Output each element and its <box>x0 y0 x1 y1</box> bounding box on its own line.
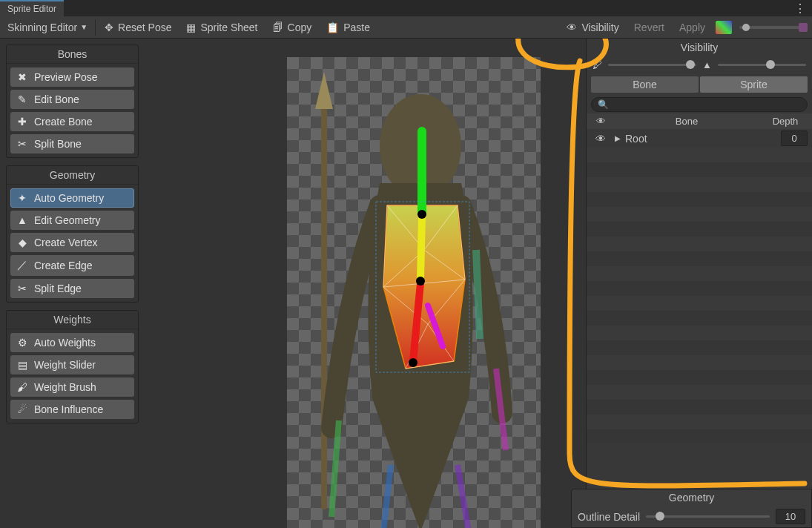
geometry-settings-title: Geometry <box>572 489 811 506</box>
row-expand-icon[interactable]: ▶ <box>615 134 621 142</box>
bone-influence-label: Bone Influence <box>34 403 103 415</box>
outline-detail-slider[interactable] <box>646 515 770 518</box>
weights-title: Weights <box>7 311 138 329</box>
row-depth-field[interactable]: 0 <box>781 131 808 146</box>
paste-label: Paste <box>343 22 370 33</box>
geometry-panel: Geometry ✦Auto Geometry ▲Edit Geometry ◆… <box>6 165 139 303</box>
search-icon: 🔍 <box>598 99 609 110</box>
revert-label: Revert <box>634 22 664 33</box>
svg-marker-1 <box>315 72 333 109</box>
preview-pose-label: Preview Pose <box>34 71 98 83</box>
paste-button[interactable]: 📋 Paste <box>319 19 377 36</box>
tab-sprite[interactable]: Sprite <box>700 76 808 93</box>
row-eye-icon[interactable]: 👁 <box>591 133 610 145</box>
revert-button[interactable]: Revert <box>627 19 672 36</box>
geometry-settings-panel: Geometry Outline Detail 10 <box>571 489 812 528</box>
tab-bone[interactable]: Bone <box>591 76 699 93</box>
zoom-thumb[interactable] <box>742 24 750 31</box>
mesh-opacity-icon: ▲ <box>702 59 712 70</box>
mesh-opacity-slider[interactable] <box>718 64 806 66</box>
sprite-sheet-button[interactable]: ▦ Sprite Sheet <box>179 19 265 36</box>
weight-slider-button[interactable]: ▤Weight Slider <box>10 355 134 374</box>
sprite-canvas[interactable] <box>287 57 541 528</box>
reset-pose-icon: ✥ <box>105 22 113 33</box>
weight-brush-label: Weight Brush <box>34 381 96 393</box>
create-vertex-label: Create Vertex <box>34 237 98 248</box>
auto-geometry-icon: ✦ <box>16 192 28 204</box>
paste-icon: 📋 <box>326 22 339 33</box>
create-vertex-icon: ◆ <box>16 237 28 248</box>
tab-label: Sprite Editor <box>7 4 56 14</box>
visibility-title: Visibility <box>587 39 812 56</box>
split-edge-button[interactable]: ✂Split Edge <box>10 279 134 298</box>
main: Bones ✖Preview Pose ✎Edit Bone ✚Create B… <box>0 39 812 528</box>
outline-detail-row: Outline Detail 10 <box>572 506 811 527</box>
list-row[interactable]: 👁 ▶ Root 0 <box>587 129 812 148</box>
auto-geometry-label: Auto Geometry <box>34 192 104 204</box>
mode-label: Skinning Editor <box>7 22 77 33</box>
edit-geometry-icon: ▲ <box>16 214 28 226</box>
empty-rows <box>587 148 812 444</box>
preview-pose-button[interactable]: ✖Preview Pose <box>10 67 134 87</box>
copy-label: Copy <box>288 22 312 33</box>
svg-point-21 <box>416 277 425 286</box>
geometry-title: Geometry <box>7 166 138 185</box>
visibility-button[interactable]: 👁 Visibility <box>559 19 626 36</box>
mesh-opacity-thumb[interactable] <box>766 60 775 69</box>
visibility-sliders: 🖊 ▲ <box>587 56 812 73</box>
outline-detail-thumb[interactable] <box>656 512 664 521</box>
search-input[interactable]: 🔍 <box>591 97 808 112</box>
mode-dropdown[interactable]: Skinning Editor ▼ <box>1 19 93 36</box>
create-edge-button[interactable]: ／Create Edge <box>10 255 134 276</box>
apply-button[interactable]: Apply <box>672 19 713 36</box>
split-bone-button[interactable]: ✂Split Bone <box>10 134 134 154</box>
split-bone-icon: ✂ <box>16 138 28 150</box>
bone-opacity-slider[interactable] <box>608 64 696 66</box>
create-bone-button[interactable]: ✚Create Bone <box>10 112 134 131</box>
auto-weights-button[interactable]: ⚙Auto Weights <box>10 333 134 352</box>
svg-point-22 <box>409 358 417 367</box>
apply-label: Apply <box>679 22 705 33</box>
reset-pose-button[interactable]: ✥ Reset Pose <box>97 19 179 36</box>
bones-panel: Bones ✖Preview Pose ✎Edit Bone ✚Create B… <box>6 44 139 158</box>
weight-brush-icon: 🖌 <box>16 381 28 393</box>
bone-influence-icon: ☄ <box>16 403 28 415</box>
copy-icon: 🗐 <box>273 22 283 33</box>
toolbar-right: 👁 Visibility Revert Apply <box>559 19 811 36</box>
create-edge-label: Create Edge <box>34 260 93 271</box>
create-vertex-button[interactable]: ◆Create Vertex <box>10 233 134 252</box>
visibility-tabs: Bone Sprite <box>587 73 812 96</box>
weights-panel: Weights ⚙Auto Weights ▤Weight Slider 🖌We… <box>6 310 139 423</box>
bone-influence-button[interactable]: ☄Bone Influence <box>10 400 134 419</box>
svg-point-20 <box>417 210 426 219</box>
split-edge-label: Split Edge <box>34 283 82 294</box>
edit-bone-icon: ✎ <box>16 93 28 105</box>
edit-geometry-button[interactable]: ▲Edit Geometry <box>10 211 134 230</box>
character-sprite <box>287 57 541 528</box>
color-swatch[interactable] <box>716 21 732 34</box>
outline-detail-value[interactable]: 10 <box>776 509 805 524</box>
reset-pose-label: Reset Pose <box>118 22 171 33</box>
bones-title: Bones <box>7 45 138 64</box>
edit-bone-button[interactable]: ✎Edit Bone <box>10 90 134 109</box>
copy-button[interactable]: 🗐 Copy <box>265 19 320 36</box>
svg-rect-0 <box>321 94 327 509</box>
kebab-menu-icon[interactable]: ⋮ <box>788 0 812 16</box>
bone-opacity-thumb[interactable] <box>686 60 695 69</box>
split-bone-label: Split Bone <box>34 138 82 150</box>
tab-sprite-editor[interactable]: Sprite Editor <box>0 0 64 16</box>
bone-opacity-icon: 🖊 <box>593 59 602 70</box>
visibility-panel: Visibility 🖊 ▲ Bone Sprite 🔍 👁 Bone Dept… <box>586 39 812 528</box>
row-name: Root <box>625 133 647 145</box>
weight-brush-button[interactable]: 🖌Weight Brush <box>10 377 134 397</box>
auto-geometry-button[interactable]: ✦Auto Geometry <box>10 188 134 208</box>
separator <box>95 19 96 36</box>
col-visible-icon: 👁 <box>591 116 610 127</box>
zoom-end-icon <box>799 23 808 32</box>
col-depth: Depth <box>763 116 808 127</box>
zoom-slider[interactable] <box>739 26 806 29</box>
sprite-sheet-label: Sprite Sheet <box>200 22 257 33</box>
edit-bone-label: Edit Bone <box>34 93 79 105</box>
preview-pose-icon: ✖ <box>16 71 28 83</box>
list-body: 👁 ▶ Root 0 <box>587 129 812 528</box>
